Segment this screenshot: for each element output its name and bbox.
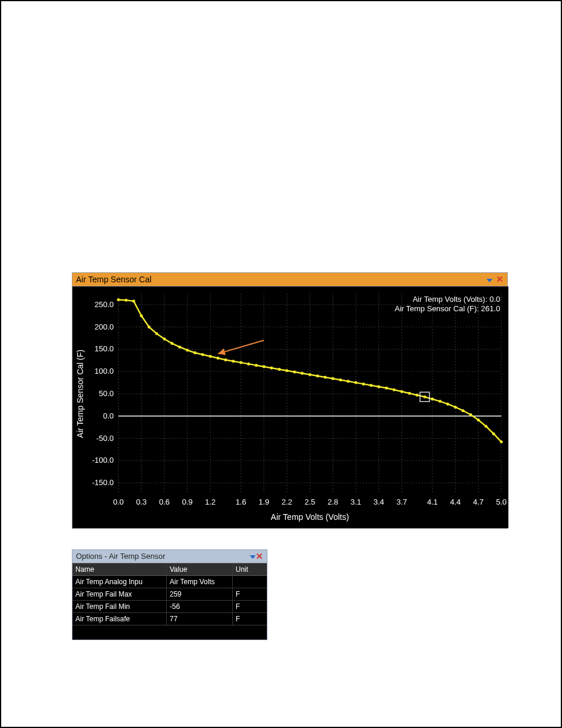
table-row[interactable]: Air Temp Failsafe77F — [72, 613, 267, 625]
svg-text:150.0: 150.0 — [94, 344, 114, 353]
svg-point-104 — [500, 440, 503, 443]
svg-text:-150.0: -150.0 — [92, 478, 114, 487]
chart-title-text: Air Temp Sensor Cal — [76, 274, 151, 285]
svg-text:2.5: 2.5 — [305, 498, 315, 506]
svg-point-70 — [240, 361, 243, 364]
table-row[interactable]: Air Temp Fail Min-56F — [72, 601, 267, 613]
options-panel: Options - Air Temp Sensor ✕ Name Value U… — [72, 549, 267, 640]
svg-point-63 — [186, 348, 189, 351]
svg-text:1.6: 1.6 — [236, 498, 246, 506]
svg-text:50.0: 50.0 — [99, 389, 114, 398]
svg-text:0.0: 0.0 — [113, 498, 124, 506]
close-icon[interactable]: ✕ — [256, 553, 263, 560]
svg-text:0.6: 0.6 — [159, 498, 170, 506]
cell-unit: F — [233, 601, 266, 612]
svg-point-81 — [324, 376, 327, 379]
svg-point-57 — [140, 314, 143, 317]
cell-value: 259 — [167, 588, 233, 600]
table-row[interactable]: Air Temp Analog InpuAir Temp Volts — [72, 576, 267, 588]
svg-point-80 — [316, 374, 319, 377]
svg-point-73 — [263, 365, 266, 368]
cell-value: Air Temp Volts — [167, 576, 233, 588]
cell-unit: F — [233, 588, 266, 600]
svg-point-96 — [439, 400, 442, 403]
close-icon[interactable]: ✕ — [496, 276, 504, 283]
cell-name: Air Temp Failsafe — [72, 613, 167, 625]
col-header-unit[interactable]: Unit — [233, 564, 266, 575]
cell-name: Air Temp Analog Inpu — [72, 576, 167, 588]
svg-point-83 — [339, 378, 342, 381]
svg-point-93 — [416, 394, 419, 397]
svg-point-59 — [156, 332, 158, 335]
svg-point-102 — [485, 425, 488, 428]
svg-point-71 — [247, 363, 250, 365]
svg-text:4.1: 4.1 — [427, 498, 438, 506]
svg-point-76 — [286, 369, 289, 372]
svg-point-95 — [431, 398, 434, 401]
svg-point-91 — [401, 390, 404, 393]
svg-point-98 — [454, 406, 457, 409]
svg-point-97 — [447, 403, 449, 406]
svg-point-77 — [293, 370, 296, 373]
svg-text:-50.0: -50.0 — [96, 434, 114, 443]
svg-text:-100.0: -100.0 — [92, 456, 114, 465]
svg-point-92 — [408, 392, 411, 395]
svg-point-66 — [209, 355, 212, 358]
options-titlebar[interactable]: Options - Air Temp Sensor ✕ — [72, 550, 267, 563]
svg-text:0.0: 0.0 — [103, 411, 114, 420]
svg-point-55 — [125, 299, 128, 302]
svg-point-88 — [378, 385, 381, 388]
svg-text:Air Temp Sensor Cal (F): 261.0: Air Temp Sensor Cal (F): 261.0 — [395, 304, 500, 313]
cell-unit — [233, 576, 266, 588]
svg-point-64 — [194, 351, 197, 354]
svg-point-86 — [362, 383, 365, 386]
svg-point-99 — [462, 409, 465, 412]
options-grid: Name Value Unit Air Temp Analog InpuAir … — [72, 563, 267, 640]
svg-text:1.9: 1.9 — [259, 498, 269, 506]
chart-panel: Air Temp Sensor Cal ✕ 250.0200.0150.0100… — [72, 272, 508, 529]
svg-point-79 — [309, 373, 312, 376]
svg-point-101 — [477, 419, 480, 421]
svg-point-78 — [301, 372, 304, 375]
svg-point-72 — [255, 364, 258, 367]
dropdown-icon[interactable] — [250, 551, 256, 562]
svg-text:0.9: 0.9 — [182, 498, 193, 506]
cell-name: Air Temp Fail Max — [72, 588, 167, 600]
svg-point-100 — [470, 413, 472, 416]
svg-text:1.2: 1.2 — [205, 498, 216, 506]
svg-point-60 — [163, 338, 166, 341]
svg-text:0.3: 0.3 — [136, 498, 147, 506]
options-title-text: Options - Air Temp Sensor — [76, 551, 166, 562]
svg-point-84 — [347, 380, 350, 383]
svg-point-87 — [370, 384, 373, 387]
svg-text:3.4: 3.4 — [373, 498, 384, 506]
chart-plot-area[interactable]: 250.0200.0150.0100.050.00.0-50.0-100.0-1… — [72, 286, 508, 529]
svg-text:2.8: 2.8 — [328, 498, 338, 506]
svg-text:4.7: 4.7 — [473, 498, 484, 506]
svg-point-68 — [224, 358, 227, 361]
svg-point-56 — [133, 299, 135, 302]
col-header-value[interactable]: Value — [167, 564, 233, 575]
table-row[interactable]: Air Temp Fail Max259F — [72, 588, 267, 601]
svg-text:2.2: 2.2 — [282, 498, 292, 506]
svg-text:Air Temp Sensor Cal (F): Air Temp Sensor Cal (F) — [75, 350, 85, 438]
chart-titlebar[interactable]: Air Temp Sensor Cal ✕ — [72, 272, 508, 286]
svg-point-54 — [117, 298, 120, 301]
cell-value: -56 — [167, 601, 233, 612]
svg-text:5.0: 5.0 — [496, 498, 507, 506]
svg-rect-0 — [72, 286, 508, 528]
svg-point-58 — [148, 325, 151, 328]
svg-point-69 — [232, 360, 235, 363]
svg-point-82 — [332, 377, 335, 380]
svg-point-61 — [171, 342, 174, 345]
svg-point-103 — [492, 433, 495, 436]
svg-point-85 — [355, 381, 358, 384]
col-header-name[interactable]: Name — [72, 564, 167, 575]
dropdown-icon[interactable] — [487, 274, 492, 285]
svg-point-74 — [270, 367, 273, 370]
svg-point-75 — [278, 368, 281, 371]
svg-text:3.7: 3.7 — [396, 498, 407, 506]
svg-point-89 — [385, 387, 388, 390]
svg-text:200.0: 200.0 — [94, 322, 114, 331]
svg-point-94 — [424, 396, 427, 398]
